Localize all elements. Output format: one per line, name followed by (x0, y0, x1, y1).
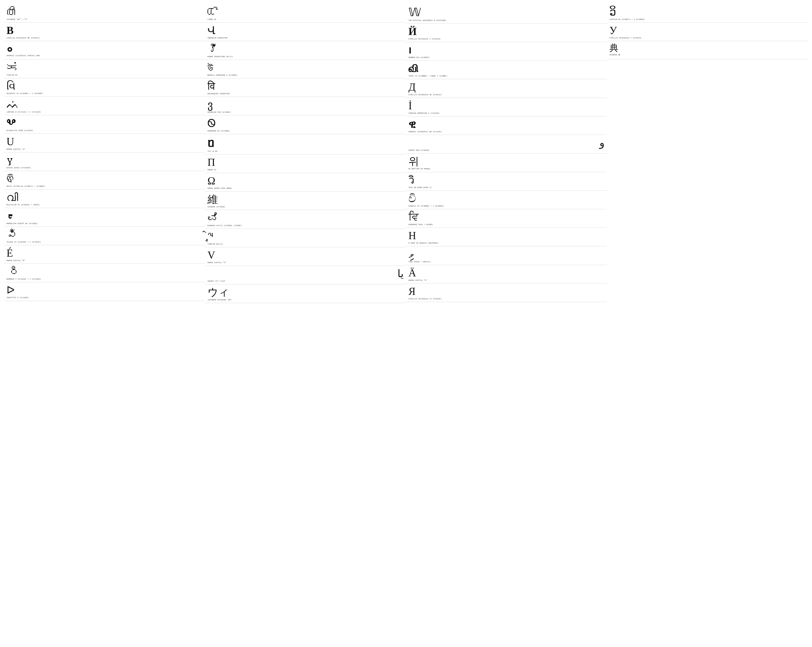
character-display: ᜃᜒ (6, 61, 203, 73)
character-label: KHMER CHARACTERS VO+(I) (208, 56, 404, 58)
list-item: ဝီ BURMESE V (U+101D) + I (U+102E) (4, 264, 205, 282)
character-label: THAI WO WAEN+(SARA I) (408, 187, 604, 189)
list-item: ᥝ TAI LE WA (205, 134, 406, 154)
list-item: É ROMAN CAPITAL "É" (4, 245, 205, 264)
list-item: వి TELUGU VA (U+0C35) + I (U+0C3F) (4, 227, 205, 245)
list-item: ვ GEORGIAN VIN (U+10D5) (205, 97, 406, 115)
character-display: ᨓᨗ (6, 99, 203, 110)
character-display: Π (208, 156, 404, 168)
character-label: TAGALOG WI (6, 74, 203, 76)
list-item: يا ARABIC YĀ'+'ALIF (205, 266, 406, 284)
list-item: ವಿ KANNADA VA+(I) (U+0CB5, U+0CBF) (205, 210, 406, 229)
character-display: ვ (208, 99, 404, 110)
character-display: ᐅ (6, 284, 203, 296)
character-display: ו (408, 44, 604, 56)
character-display: ዊ (408, 118, 604, 130)
character-display: ވި (408, 248, 604, 260)
character-label: AMHARIC (ETHIOPIC) WE (U+12CD) (408, 131, 604, 133)
character-label: GREEK UPPER CASE OMEGA (208, 187, 404, 190)
character-label: ROMAN CAPITAL "É" (6, 260, 203, 262)
character-label: CYRILLIC MAJISCULE YA (U+042F) (408, 298, 604, 300)
character-label: ARMENIAN CHARACTER (208, 37, 404, 39)
character-label: BENGALI RHÔSHSHO U (U+0989) (208, 74, 404, 76)
list-item: İ TURKISH UPPERCASE İ (U+0130) (406, 98, 607, 116)
character-display: वि (208, 80, 404, 92)
character-display: ଵି (6, 173, 203, 185)
character-display: ವಿ (208, 212, 404, 224)
character-display: Я (408, 286, 604, 297)
list-item: વિ GUJARATI VA (U+0AB5) + I (U+0ABF) (4, 78, 205, 97)
character-label: SINHALA VA (U+0DB0) + I (U+0DD2) (408, 205, 604, 207)
character-label: ROMAN CAPITAL "V" (208, 262, 404, 264)
list-item: В CYRILLIC MAJISCULE BE (U+0412) (4, 23, 205, 41)
character-label: HEBREW VAV (U+05D5) (408, 57, 604, 59)
list-item: वि DEVANAGARI CHARACTER (205, 78, 406, 97)
character-label: KANNADA VA+(I) (U+0CB5, U+0CBF) (208, 225, 404, 227)
character-label: MALAYALAM VA (U+0D35) + (0D3F) (6, 204, 203, 206)
character-label: ROMAN CAPITAL "U" (6, 148, 203, 151)
character-label: ARAMAIC (CLASSICAL SYRIAC) WAW (6, 55, 203, 57)
list-item: วิ THAI WO WAEN+(SARA I) (406, 172, 607, 191)
character-display: و (408, 137, 604, 148)
list-item: Ω GREEK UPPER CASE OMEGA (205, 173, 406, 191)
character-display: Ꮻ (208, 118, 404, 129)
list-item: ᜃᜒ TAGALOG WI (4, 60, 205, 78)
character-label: ROMAN CAPITAL "Ä" (408, 280, 604, 282)
list-item: У CYRILLIC MAJUSCULE I (U+0423) (607, 23, 808, 41)
character-display: Ⰲ (6, 117, 203, 129)
list-item: উ BENGALI RHÔSHSHO U (U+0989) (205, 60, 406, 78)
list-item: ꦮꦶ JAVANESE "WA" + "I" (4, 4, 205, 23)
list-item: വി MALAYALAM VA (U+0D35) + (0D3F) (4, 190, 205, 208)
character-label: CHEROKEE WI (U+13EB) (208, 130, 404, 132)
character-label: JAVANESE "WA" + "I" (6, 18, 203, 21)
character-label: CYRILLIC MAJISCULE BE (U+0412) (6, 37, 203, 39)
character-label: CHINESE 典 (609, 54, 806, 56)
character-display: વિ (6, 80, 203, 92)
list-item: Ⰲ GLAGOLITIC VEDE (U+2C02) (4, 115, 205, 134)
column-3: 𝕎 THE OFFICIAL WIKIPEDIA W (FAVICON) Й C… (406, 4, 607, 303)
character-display: 𝕎 (408, 6, 604, 19)
list-item: ᐅ INUKTITUT U (U+1405) (4, 282, 205, 301)
list-item: ވި TĀNA VAAVU + IBIFILI (406, 246, 607, 265)
list-item: வி TAMIL VA (U+0BB5) + VOWEL I (U+BBF) (406, 61, 607, 79)
list-item: U ROMAN CAPITAL "U" (4, 134, 205, 152)
character-label: WI WRITTEN IN HANGUL (408, 168, 604, 170)
list-item: ו HEBREW VAV (U+05D5) (406, 42, 607, 61)
character-display: ᥝ (208, 136, 404, 150)
list-item: 𐍅 GOTHIC WINJA (U+10345) (4, 153, 205, 171)
character-label: LONTARA W (U+1A13) + I (U+1A18) (6, 111, 203, 113)
character-label: THE OFFICIAL WIKIPEDIA W (FAVICON) (408, 20, 604, 22)
character-display: วิ (408, 174, 604, 186)
list-item: Վ ARMENIAN CHARACTER (205, 23, 406, 41)
character-display: 典 (609, 43, 806, 53)
character-display: Ä (408, 267, 604, 278)
list-item: ዊ AMHARIC (ETHIOPIC) WE (U+12CD) (406, 116, 607, 135)
column-2: ᤂᤡ LIMBU WI Վ ARMENIAN CHARACTER វី KHME… (205, 4, 406, 303)
character-display: ວິ (609, 6, 806, 18)
list-item: ウィ JAPANESE KATAKANA "WI" (205, 284, 406, 303)
character-label: INUKTITUT U (U+1405) (6, 297, 203, 299)
list-item: H H USED IN NAHUATL WIKIPEDIA (406, 228, 607, 246)
character-label: ORIYA LETTER WA (U+0B71) + (U+0B3F) (6, 185, 203, 188)
character-display: H (408, 230, 604, 242)
character-label: GLAGOLITIC VEDE (U+2C02) (6, 130, 203, 132)
list-item: 위 WI WRITTEN IN HANGUL (406, 153, 607, 172)
character-display: Д (408, 81, 604, 93)
list-item: Ä ROMAN CAPITAL "Ä" (406, 265, 607, 283)
character-display: ᠸ (6, 210, 203, 222)
list-item: Д CYRILLIC MAJUSCULE DE (U+0414) (406, 79, 607, 98)
character-display: উ (208, 62, 404, 73)
list-item: ਵਿ GURMUKHI VAVA + SIHARI (406, 209, 607, 228)
character-display: ܘ (6, 43, 203, 54)
character-label: CYRILLIC MAJUSCULE DE (U+0414) (408, 94, 604, 96)
list-item: Ꮻ CHEROKEE WI (U+13EB) (205, 115, 406, 134)
character-display: В (6, 24, 203, 36)
character-label: GURMUKHI VAVA + SIHARI (408, 224, 604, 226)
character-display: 維 (208, 194, 404, 205)
character-label: MONGOLIAN SCRIPT WA (U+1838) (6, 223, 203, 225)
character-label: LIMBU WI (208, 18, 404, 21)
character-display: వి (6, 229, 203, 240)
character-display: يا (208, 268, 404, 280)
list-item: و ARABIC WAW (U+0648) (406, 135, 607, 153)
list-item: V ROMAN CAPITAL "V" (205, 247, 406, 266)
